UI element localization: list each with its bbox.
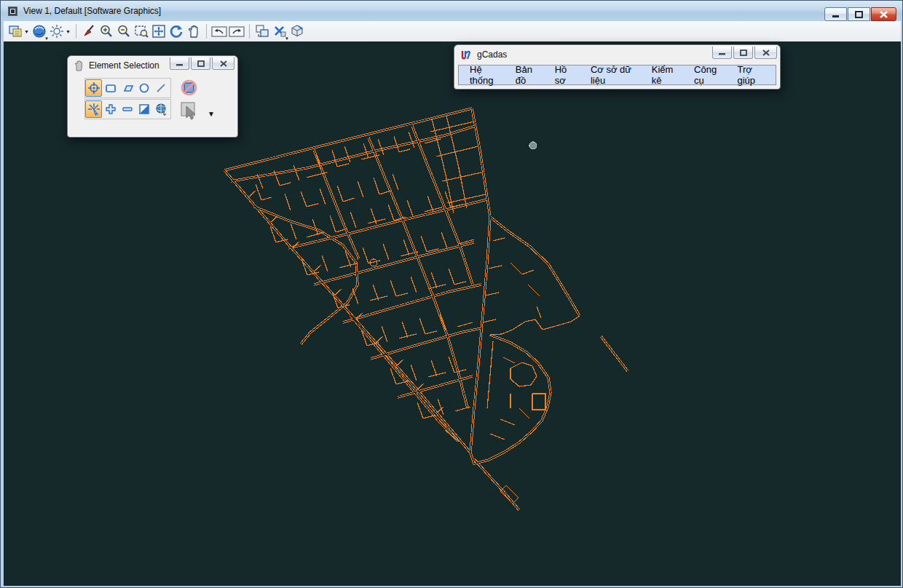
es-minimize-button[interactable] [170, 57, 189, 70]
element-selection-title: Element Selection [89, 60, 159, 71]
pan-view-icon [186, 24, 201, 39]
pointer-cursor-button[interactable] [181, 102, 198, 121]
pan-view-button[interactable] [185, 23, 202, 40]
fit-view-icon [151, 24, 166, 39]
menu-ban-do[interactable]: Bản đồ [508, 60, 547, 90]
select-line-icon [154, 82, 167, 95]
es-restore-button[interactable] [191, 57, 210, 70]
select-block-button[interactable] [102, 79, 119, 97]
zoom-in-button[interactable] [98, 23, 115, 40]
select-circle-icon [138, 82, 151, 95]
menu-tro-giup[interactable]: Trợ giúp [729, 60, 773, 90]
view-attributes-button[interactable] [7, 23, 24, 40]
es-restore-icon [197, 60, 205, 67]
gcadas-close-button[interactable] [754, 47, 777, 59]
brightness-button[interactable] [48, 23, 66, 40]
rotate-view-button[interactable] [167, 23, 185, 40]
select-individual-button[interactable] [85, 79, 102, 97]
view-attributes-icon [8, 24, 23, 39]
toolbar-separator [206, 24, 207, 39]
gcadas-restore-icon [740, 49, 747, 56]
element-selection-controls [168, 56, 234, 70]
maximize-button[interactable] [848, 7, 870, 21]
copy-view-icon [255, 24, 269, 39]
clip-mask-button[interactable] [288, 23, 306, 40]
view-previous-icon [211, 24, 227, 39]
application-window: View 1, Default [Software Graphics] ▼ [0, 0, 903, 588]
window-area-button[interactable] [133, 23, 150, 40]
window-icon [8, 7, 17, 16]
pointer-cursor-icon [181, 102, 198, 121]
select-circle-button[interactable] [135, 79, 152, 97]
map-viewport[interactable]: Element Selection [4, 41, 901, 586]
maximize-icon [855, 11, 863, 18]
gcadas-minimize-icon [719, 49, 726, 55]
gcadas-menubar: Hệ thống Bản đồ Hồ sơ Cơ sở dữ liệu Kiểm… [458, 65, 776, 85]
select-shape-icon [121, 82, 134, 95]
element-selection-titlebar[interactable]: Element Selection [68, 56, 237, 75]
minimize-button[interactable] [824, 7, 847, 21]
brightness-caret[interactable]: ▼ [66, 29, 71, 34]
menu-ho-so[interactable]: Hồ sơ [547, 60, 583, 90]
gcadas-controls [711, 45, 777, 59]
view-previous-button[interactable] [210, 23, 228, 40]
select-all-icon [154, 103, 167, 116]
select-line-button[interactable] [152, 79, 169, 97]
close-button[interactable] [871, 7, 896, 21]
gcadas-minimize-button[interactable] [712, 47, 732, 59]
select-add-button[interactable] [102, 100, 119, 118]
es-minimize-icon [176, 60, 184, 66]
zoom-in-icon [99, 24, 114, 39]
view-next-button[interactable] [228, 23, 245, 40]
gcadas-close-icon [762, 49, 770, 56]
select-individual-icon [87, 82, 100, 95]
update-view-icon [82, 24, 96, 39]
view-next-icon [229, 24, 245, 39]
smart-select-icon [87, 103, 100, 116]
more-options-caret[interactable]: ▼ [208, 110, 215, 118]
menu-cong-cu[interactable]: Công cụ [686, 60, 729, 90]
gcadas-restore-button[interactable] [733, 47, 753, 59]
zoom-out-icon [117, 24, 131, 39]
toolbar-separator [249, 24, 250, 39]
menu-co-so-du-lieu[interactable]: Cơ sở dữ liệu [583, 60, 644, 90]
clip-volume-button[interactable]: ▼ [271, 23, 288, 40]
window-area-icon [134, 24, 149, 39]
display-mode-button[interactable]: ▼ [31, 23, 48, 40]
update-view-button[interactable] [80, 23, 98, 40]
select-disable-button[interactable] [181, 79, 198, 97]
gcadas-logo-icon [460, 49, 472, 60]
fit-view-button[interactable] [150, 23, 167, 40]
select-invert-icon [138, 103, 151, 116]
brightness-icon [50, 24, 64, 39]
selection-mode-group [84, 99, 171, 119]
window-title: View 1, Default [Software Graphics] [23, 6, 161, 16]
element-selection-body: ▼ [68, 75, 237, 136]
view-attributes-caret[interactable]: ▼ [24, 29, 29, 34]
select-invert-button[interactable] [135, 100, 152, 118]
es-close-button[interactable] [212, 57, 234, 70]
window-controls [824, 7, 896, 21]
smart-select-button[interactable] [85, 100, 102, 118]
gcadas-window: gCadas Hệ thống Bản đồ Hồ sơ Cơ [454, 44, 781, 90]
minimize-icon [832, 11, 840, 17]
menu-kiem-ke[interactable]: Kiểm kê [644, 60, 686, 90]
select-add-icon [104, 103, 117, 116]
select-shape-button[interactable] [119, 79, 135, 97]
clip-mask-icon [290, 24, 304, 39]
close-icon [880, 11, 888, 18]
select-subtract-button[interactable] [119, 100, 135, 118]
gcadas-title: gCadas [477, 49, 507, 60]
select-subtract-icon [121, 103, 134, 116]
view-toolbar: ▼ ▼ ▼ [4, 21, 901, 41]
selection-method-group [84, 78, 171, 98]
window-titlebar[interactable]: View 1, Default [Software Graphics] [1, 1, 902, 21]
select-block-icon [104, 82, 117, 95]
menu-he-thong[interactable]: Hệ thống [462, 60, 508, 90]
select-all-button[interactable] [152, 100, 169, 118]
toolbar-separator [76, 24, 76, 39]
copy-view-button[interactable] [253, 23, 271, 40]
rotate-view-icon [169, 24, 184, 39]
zoom-out-button[interactable] [115, 23, 133, 40]
element-selection-window: Element Selection [67, 55, 238, 138]
